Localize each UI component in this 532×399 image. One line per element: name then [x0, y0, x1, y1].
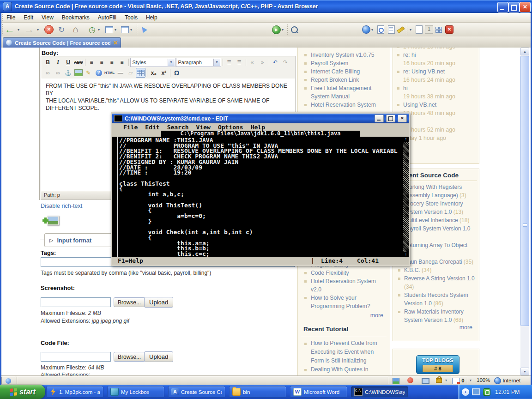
sidebar-link[interactable]: Hotel Reservation System v2.0: [311, 278, 376, 293]
open-window-dropdown-icon[interactable]: ▾: [130, 24, 132, 36]
edit-code-area[interactable]: //PROGRAM NAME :THIS1.JAVA// PROGRAM TO …: [112, 137, 409, 257]
align-left-button[interactable]: ≡: [87, 57, 97, 67]
menu-item[interactable]: Edit: [24, 14, 33, 21]
forum-topic-item[interactable]: 14 hours 15 min ago: [397, 48, 476, 51]
menu-item[interactable]: View: [42, 14, 54, 21]
bold-button[interactable]: B: [43, 57, 53, 67]
cmd-window[interactable]: C:\WINDOWS\system32\cmd.exe - EDIT ✕ Fil…: [111, 112, 410, 266]
source-code-link[interactable]: Returning Array To Object: [404, 242, 467, 248]
menu-item[interactable]: Tools: [125, 14, 138, 21]
anchor-button[interactable]: ⚓: [63, 68, 73, 78]
align-center-button[interactable]: ≡: [97, 57, 107, 67]
align-justify-button[interactable]: ≡: [117, 57, 127, 67]
cmd-titlebar[interactable]: C:\WINDOWS\system32\cmd.exe - EDIT ✕: [112, 114, 409, 123]
unlink-button[interactable]: ∞: [53, 68, 63, 78]
scrollbar-thumb[interactable]: [520, 56, 529, 326]
codefile-browse-button[interactable]: Browse...: [114, 352, 145, 362]
sidebar-list-item[interactable]: Code Flexibility: [303, 269, 387, 277]
history-button[interactable]: ◷: [89, 24, 96, 36]
strikethrough-button[interactable]: ABC: [73, 57, 84, 67]
security-lock-icon[interactable]: [436, 376, 442, 383]
tray-chevron-icon[interactable]: ‹: [462, 388, 469, 396]
taskbar-task-button[interactable]: My Lockbox: [107, 386, 164, 398]
lock-dropdown-icon[interactable]: ▾: [445, 378, 447, 382]
tutorial-list-item[interactable]: How to Prevent Code from Executing its E…: [303, 339, 387, 365]
expand-arrow-icon[interactable]: ▷: [49, 237, 53, 243]
source-code-item[interactable]: Reverse A String Version 1.0 (34): [398, 274, 476, 291]
popup-dropdown-icon[interactable]: ▾: [470, 378, 472, 382]
refresh-button[interactable]: ↻: [58, 24, 65, 36]
sidebar-link[interactable]: Inventory System v1.0.75: [311, 52, 375, 58]
insert-image-button[interactable]: [73, 68, 83, 78]
forward-button[interactable]: →: [24, 24, 34, 36]
screenshot-browse-button[interactable]: Browse...: [114, 297, 145, 307]
forum-topic-link[interactable]: hi: [403, 85, 408, 91]
scroll-up-button[interactable]: ▲: [520, 48, 529, 55]
codefile-file-input[interactable]: [41, 352, 111, 362]
menu-item[interactable]: Help: [146, 14, 157, 21]
undo-button[interactable]: ↶: [271, 57, 280, 67]
add-image-icon[interactable]: [42, 214, 58, 226]
sidebar-link[interactable]: Code Flexibility: [311, 270, 349, 276]
screenshot-file-input[interactable]: [41, 297, 111, 307]
numbered-list-button[interactable]: ≣: [235, 57, 244, 67]
link-button[interactable]: ∞: [43, 68, 53, 78]
superscript-button[interactable]: x²: [159, 68, 169, 78]
sidebar-more-link[interactable]: more: [370, 312, 383, 319]
forum-topic-link[interactable]: Using VB.net: [403, 102, 436, 108]
taskbar-task-button[interactable]: C:\WINDOWS\syste...: [351, 386, 408, 398]
lockbox-tray-icon[interactable]: [483, 388, 490, 396]
home-button[interactable]: ⌂: [73, 24, 78, 36]
tile-windows-button[interactable]: [435, 24, 442, 36]
sidebar-list-item[interactable]: Report Broken Link: [303, 76, 387, 84]
sidebar-link[interactable]: How to Solve your Programming Problem?: [311, 295, 370, 309]
highlight-button[interactable]: [397, 24, 405, 36]
top-blogs-badge[interactable]: TOP BLOGS # 8: [416, 355, 459, 374]
edit-menu-item[interactable]: Edit: [145, 124, 159, 131]
taskbar-task-button[interactable]: 1. Mp3pk.com - age...: [46, 386, 103, 398]
cmd-restore-button[interactable]: [386, 115, 395, 122]
sidebar-list-item[interactable]: Hotel Reservation System: [303, 101, 387, 109]
styles-select[interactable]: Styles▾: [130, 58, 175, 67]
edit-scroll-up-icon[interactable]: ↑: [403, 137, 409, 142]
sidebar-link[interactable]: Payroll System: [311, 60, 348, 66]
source-code-item[interactable]: K.B.C. (34): [398, 266, 476, 274]
forum-topic-item[interactable]: hi 19 hours 38 min ago: [397, 84, 476, 101]
source-code-link[interactable]: Working With Registers (Assembly Languag…: [404, 184, 462, 199]
find-in-page-button[interactable]: [377, 24, 384, 36]
sidebar-link[interactable]: Hotel Reservation System: [311, 102, 376, 108]
sidebar-list-item[interactable]: Payroll System: [303, 59, 387, 67]
codefile-upload-button[interactable]: Upload: [144, 351, 173, 362]
page-scrollbar[interactable]: ▲ ▼: [520, 48, 529, 375]
source-code-item[interactable]: Students Records System Version 1.0 (86): [398, 291, 476, 308]
network-monitor-icon[interactable]: [422, 378, 429, 384]
taskbar-task-button[interactable]: bin: [229, 386, 286, 398]
table-button[interactable]: [136, 68, 145, 78]
screenshot-upload-button[interactable]: Upload: [144, 297, 173, 308]
html-source-button[interactable]: HTML: [104, 68, 115, 78]
ad-blocker-icon[interactable]: [407, 377, 413, 383]
sidebar-list-item[interactable]: Free Hotel Management System Manual: [303, 84, 387, 101]
menu-item[interactable]: File: [6, 14, 15, 21]
network-tray-icon[interactable]: [472, 388, 480, 395]
go-button[interactable]: ▶: [272, 24, 281, 36]
forward-dropdown-icon[interactable]: ▾: [37, 24, 39, 36]
special-char-button[interactable]: Ω: [172, 68, 181, 78]
scroll-down-button[interactable]: ▼: [520, 368, 529, 375]
forum-topic-link[interactable]: re: Using VB.net: [403, 68, 445, 75]
taskbar-task-button[interactable]: Microsoft Word: [290, 386, 347, 398]
taskbar-task-button[interactable]: Create Source Code...: [168, 386, 225, 398]
chevron-down-icon[interactable]: ▾: [213, 59, 220, 66]
edit-menu-item[interactable]: Search: [167, 124, 189, 131]
stop-button[interactable]: ✕: [44, 24, 54, 36]
sidebar-list-item[interactable]: Hotel Reservation System v2.0: [303, 277, 387, 294]
underline-button[interactable]: U: [63, 57, 73, 67]
sidebar-link[interactable]: Free Hotel Management System Manual: [311, 85, 371, 100]
edit-menu-item[interactable]: File: [123, 124, 138, 131]
new-window-dropdown-icon[interactable]: ▾: [115, 24, 116, 36]
tab-close-icon[interactable]: ✕: [113, 40, 118, 46]
bullet-list-button[interactable]: ≣: [224, 57, 234, 67]
horizontal-rule-button[interactable]: —: [115, 68, 125, 78]
source-code-link[interactable]: Kaun Banega Crorepati: [404, 259, 462, 265]
popup-blocker-icon[interactable]: [452, 378, 460, 384]
